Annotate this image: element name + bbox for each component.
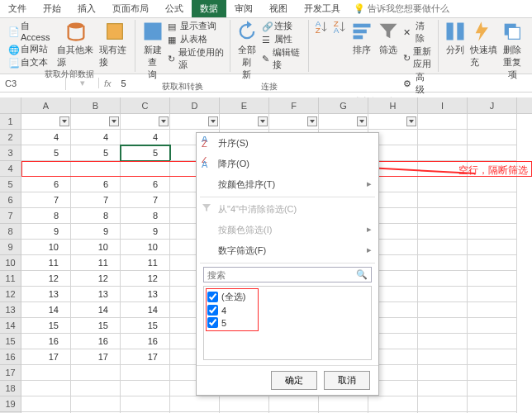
cell[interactable]: 4 — [71, 130, 121, 145]
cell[interactable] — [418, 349, 468, 365]
cell[interactable] — [468, 114, 517, 130]
cell[interactable] — [418, 130, 468, 145]
row-header[interactable]: 4 — [0, 161, 21, 177]
cell[interactable] — [21, 161, 71, 177]
cell[interactable]: 11 — [121, 255, 170, 271]
cell[interactable] — [368, 396, 418, 412]
cell[interactable] — [468, 145, 517, 161]
cell[interactable] — [220, 114, 269, 130]
cell[interactable]: 12 — [21, 271, 71, 287]
cell[interactable]: 4 — [21, 130, 71, 145]
cell[interactable]: 14 — [71, 302, 121, 318]
cell[interactable] — [121, 114, 170, 130]
cell[interactable] — [418, 145, 468, 161]
cell[interactable]: 8 — [71, 208, 121, 224]
cell[interactable] — [319, 114, 368, 130]
cell[interactable] — [21, 365, 71, 381]
filter-dropdown-icon[interactable] — [159, 116, 169, 126]
sort-desc[interactable]: ZA降序(O) — [197, 154, 378, 174]
cell[interactable] — [418, 365, 468, 381]
cell[interactable] — [121, 396, 170, 412]
cell[interactable] — [71, 381, 121, 396]
cell[interactable] — [368, 114, 418, 130]
cell[interactable] — [418, 334, 468, 349]
cell[interactable]: 17 — [21, 349, 71, 365]
cell[interactable] — [71, 161, 121, 177]
row-header[interactable]: 10 — [0, 255, 21, 271]
cell[interactable] — [468, 240, 517, 255]
cell[interactable] — [21, 381, 71, 396]
remove-dup[interactable]: 删除 重复项 — [501, 20, 524, 81]
cell[interactable] — [468, 177, 517, 192]
row-header[interactable]: 8 — [0, 224, 21, 240]
tab-review[interactable]: 审阅 — [226, 0, 261, 17]
cell[interactable] — [468, 302, 517, 318]
cell[interactable] — [121, 161, 170, 177]
clear-filter[interactable]: ✕清除 — [403, 20, 433, 45]
cell[interactable] — [468, 365, 517, 381]
cell[interactable] — [418, 302, 468, 318]
cell[interactable]: 10 — [71, 240, 121, 255]
row-header[interactable]: 6 — [0, 192, 21, 208]
filter-search[interactable]: 🔍 — [203, 267, 372, 282]
cell[interactable] — [468, 208, 517, 224]
cell[interactable]: 11 — [71, 255, 121, 271]
cell[interactable]: 17 — [121, 349, 170, 365]
cell[interactable]: 9 — [71, 224, 121, 240]
cell[interactable]: 11 — [21, 255, 71, 271]
cell[interactable]: 4 — [121, 130, 170, 145]
recent-sources[interactable]: ↻最近使用的源 — [168, 46, 225, 71]
cell[interactable]: 12 — [71, 271, 121, 287]
properties[interactable]: ☰属性 — [262, 33, 303, 45]
cell[interactable] — [468, 349, 517, 365]
tab-dev[interactable]: 开发工具 — [296, 0, 349, 17]
cell[interactable] — [418, 287, 468, 302]
col-header[interactable]: D — [170, 97, 220, 113]
tab-data[interactable]: 数据 — [192, 0, 226, 17]
cell[interactable]: 17 — [71, 349, 121, 365]
cell[interactable] — [71, 114, 121, 130]
cell[interactable]: 5 — [21, 145, 71, 161]
cell[interactable] — [418, 114, 468, 130]
cell[interactable] — [418, 381, 468, 396]
tab-view[interactable]: 视图 — [261, 0, 296, 17]
row-header[interactable]: 2 — [0, 130, 21, 145]
cell[interactable]: 15 — [121, 318, 170, 334]
cell[interactable] — [468, 130, 517, 145]
filter-check-item[interactable]: 5 — [207, 316, 368, 329]
col-header[interactable]: G — [319, 97, 368, 113]
cell[interactable]: 10 — [121, 240, 170, 255]
row-header[interactable]: 17 — [0, 365, 21, 381]
cell[interactable] — [170, 396, 220, 412]
filter-dropdown-icon[interactable] — [59, 116, 69, 126]
cell[interactable] — [468, 318, 517, 334]
cell[interactable] — [418, 271, 468, 287]
cell[interactable] — [468, 192, 517, 208]
filter-search-input[interactable] — [207, 270, 356, 280]
cell[interactable] — [170, 114, 220, 130]
cell[interactable]: 5 — [71, 145, 121, 161]
tab-formula[interactable]: 公式 — [157, 0, 192, 17]
tab-home[interactable]: 开始 — [35, 0, 69, 17]
col-header[interactable]: J — [468, 97, 517, 113]
cell[interactable] — [121, 365, 170, 381]
cell[interactable] — [269, 396, 319, 412]
cell[interactable]: 6 — [71, 177, 121, 192]
new-query[interactable]: 新建查 询 — [140, 20, 164, 81]
cell[interactable] — [468, 334, 517, 349]
col-header[interactable]: A — [21, 97, 71, 113]
filter-dropdown-icon[interactable] — [307, 116, 317, 126]
cell[interactable]: 13 — [71, 287, 121, 302]
row-header[interactable]: 11 — [0, 271, 21, 287]
fx-icon[interactable]: fx — [99, 78, 116, 88]
cell[interactable]: 10 — [21, 240, 71, 255]
tab-layout[interactable]: 页面布局 — [104, 0, 157, 17]
cell[interactable] — [468, 224, 517, 240]
tab-insert[interactable]: 插入 — [69, 0, 104, 17]
cell[interactable]: 9 — [21, 224, 71, 240]
row-header[interactable]: 16 — [0, 349, 21, 365]
connections[interactable]: 🔗连接 — [262, 20, 303, 32]
col-header[interactable]: H — [368, 97, 418, 113]
filter-check-item[interactable]: 4 — [207, 304, 368, 316]
tab-file[interactable]: 文件 — [0, 0, 35, 17]
